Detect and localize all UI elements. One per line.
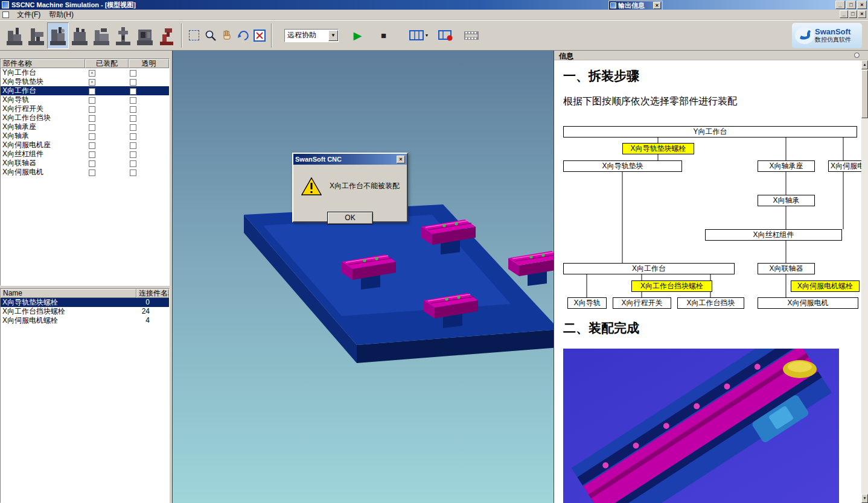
transparent-checkbox[interactable] bbox=[130, 160, 136, 167]
transparent-checkbox[interactable] bbox=[130, 106, 136, 113]
mdi-restore-button[interactable]: □ bbox=[849, 10, 857, 18]
panel-options-icon[interactable] bbox=[854, 52, 860, 58]
parts-row[interactable]: X向工作台挡块 bbox=[1, 113, 169, 122]
scroll-down-button[interactable]: ▼ bbox=[861, 494, 868, 503]
dialog-title: SwanSoft CNC bbox=[295, 156, 342, 163]
output-info-close-button[interactable]: × bbox=[653, 2, 661, 9]
output-info-window[interactable]: 输出信息 × bbox=[608, 1, 663, 10]
machine-type-button-4[interactable] bbox=[69, 22, 91, 49]
zoom-tool-button[interactable] bbox=[202, 27, 219, 43]
model-viewport[interactable]: SwanSoft CNC × X向工作台不能被装配 OK bbox=[172, 51, 554, 503]
machine-type-button-7[interactable] bbox=[134, 22, 156, 49]
machine-type-button-2[interactable] bbox=[25, 22, 47, 49]
assembled-checkbox[interactable] bbox=[89, 106, 95, 113]
flow-box-servo-bolt: X向伺服电机螺栓 bbox=[791, 280, 860, 292]
parts-row[interactable]: X向导轨 bbox=[1, 95, 169, 104]
parts-row[interactable]: X向轴承座 bbox=[1, 122, 169, 131]
maximize-button[interactable]: □ bbox=[846, 1, 856, 9]
fastener-row[interactable]: X向工作台挡块螺栓24 bbox=[1, 307, 169, 316]
film-icon bbox=[409, 30, 424, 40]
chevron-down-icon[interactable]: ▼ bbox=[328, 30, 338, 41]
assembled-checkbox[interactable] bbox=[89, 97, 95, 104]
machine-type-button-3[interactable] bbox=[47, 22, 69, 49]
transparent-checkbox[interactable] bbox=[130, 88, 136, 95]
assembled-checkbox[interactable] bbox=[89, 115, 95, 122]
window-title: SSCNC Machine Simulation - [模型视图] bbox=[11, 1, 136, 10]
transparent-checkbox[interactable] bbox=[130, 124, 136, 131]
fastener-row-selected[interactable]: X向导轨垫块螺栓0 bbox=[1, 298, 169, 307]
toolbar-separator bbox=[181, 24, 182, 48]
mdi-minimize-button[interactable]: _ bbox=[840, 10, 848, 18]
assembled-checkbox[interactable] bbox=[89, 151, 95, 158]
transparent-checkbox[interactable] bbox=[130, 79, 136, 86]
warning-dialog: SwanSoft CNC × X向工作台不能被装配 OK bbox=[292, 153, 408, 223]
select-tool-button[interactable] bbox=[186, 27, 202, 43]
menu-file[interactable]: 文件(F) bbox=[13, 9, 45, 21]
transparent-checkbox[interactable] bbox=[130, 151, 136, 158]
flow-box-screw-assembly: X向丝杠组件 bbox=[705, 229, 842, 241]
stop-button[interactable]: ■ bbox=[375, 27, 392, 43]
parts-row-selected[interactable]: X向工作台 bbox=[1, 86, 169, 95]
app-icon bbox=[2, 1, 9, 8]
assembled-checkbox[interactable] bbox=[89, 88, 95, 95]
play-button[interactable]: ▶ bbox=[349, 27, 366, 43]
info-panel-header: 信息 bbox=[554, 51, 868, 60]
parts-row[interactable]: X向丝杠组件 bbox=[1, 150, 169, 159]
assembled-checkbox[interactable] bbox=[89, 160, 95, 167]
fasteners-table-header: Name 连接件名称 bbox=[1, 289, 169, 298]
transparent-checkbox[interactable] bbox=[130, 70, 136, 77]
pan-tool-button[interactable] bbox=[219, 27, 235, 43]
assembled-checkbox[interactable]: × bbox=[89, 70, 95, 77]
assembled-checkbox[interactable]: × bbox=[89, 79, 95, 86]
assembled-checkbox[interactable] bbox=[89, 142, 95, 149]
transparent-checkbox[interactable] bbox=[130, 142, 136, 149]
flow-box-servo-seat: X向伺服电机座 bbox=[828, 160, 861, 172]
parts-row[interactable]: X向行程开关 bbox=[1, 104, 169, 113]
ok-button[interactable]: OK bbox=[327, 212, 373, 224]
machine-type-button-1[interactable] bbox=[4, 22, 25, 49]
col-transparent[interactable]: 透明 bbox=[129, 59, 169, 68]
transparent-checkbox[interactable] bbox=[130, 169, 136, 176]
rotate-tool-button[interactable] bbox=[235, 27, 251, 43]
machine-type-button-6[interactable] bbox=[112, 22, 134, 49]
machine-type-button-8[interactable] bbox=[156, 22, 177, 49]
brand-name: SwanSoft bbox=[815, 28, 851, 36]
assembled-checkbox[interactable] bbox=[89, 124, 95, 131]
parts-row[interactable]: X向伺服电机座 bbox=[1, 141, 169, 150]
remote-assist-dropdown[interactable]: 远程协助 ▼ bbox=[284, 29, 339, 42]
col-part-name[interactable]: 部件名称 bbox=[1, 59, 85, 68]
col-assembled[interactable]: 已装配 bbox=[85, 59, 129, 68]
minimize-button[interactable]: _ bbox=[835, 1, 845, 9]
mdi-close-button[interactable]: × bbox=[858, 10, 866, 18]
parts-row[interactable]: X向轴承 bbox=[1, 131, 169, 141]
dialog-close-button[interactable]: × bbox=[397, 156, 405, 163]
close-button[interactable]: × bbox=[857, 1, 867, 9]
parts-row[interactable]: Y向工作台× bbox=[1, 68, 169, 77]
parts-row[interactable]: X向联轴器 bbox=[1, 159, 169, 168]
assembled-checkbox[interactable] bbox=[89, 133, 95, 140]
machine-type-button-5[interactable] bbox=[91, 22, 112, 49]
record-button[interactable] bbox=[436, 27, 456, 43]
film-dropdown-button[interactable]: ▼ bbox=[407, 27, 430, 43]
transparent-checkbox[interactable] bbox=[130, 133, 136, 140]
scroll-up-button[interactable]: ▲ bbox=[861, 60, 868, 69]
film-strip-button[interactable] bbox=[462, 27, 481, 43]
machine-icon-7 bbox=[136, 25, 154, 46]
transparent-checkbox[interactable] bbox=[130, 115, 136, 122]
col-name[interactable]: Name bbox=[1, 289, 136, 298]
fit-view-button[interactable] bbox=[251, 27, 267, 43]
parts-row[interactable]: X向伺服电机 bbox=[1, 168, 169, 177]
fastener-row[interactable]: X向伺服电机螺栓4 bbox=[1, 316, 169, 325]
assembled-checkbox[interactable] bbox=[89, 169, 95, 176]
flow-box-rail-pad: X向导轨垫块 bbox=[563, 160, 682, 172]
transparent-checkbox[interactable] bbox=[130, 97, 136, 104]
col-connector-name[interactable]: 连接件名称 bbox=[136, 289, 169, 298]
warning-icon bbox=[301, 177, 322, 196]
mdi-child-icon[interactable] bbox=[2, 11, 9, 18]
menu-help[interactable]: 帮助(H) bbox=[45, 9, 78, 21]
output-info-title: 输出信息 bbox=[618, 1, 645, 10]
parts-row[interactable]: X向导轨垫块× bbox=[1, 77, 169, 86]
flow-box-rail: X向导轨 bbox=[567, 297, 607, 309]
info-scrollbar[interactable]: ▲ ▼ bbox=[861, 60, 868, 503]
scroll-thumb[interactable] bbox=[861, 70, 868, 118]
